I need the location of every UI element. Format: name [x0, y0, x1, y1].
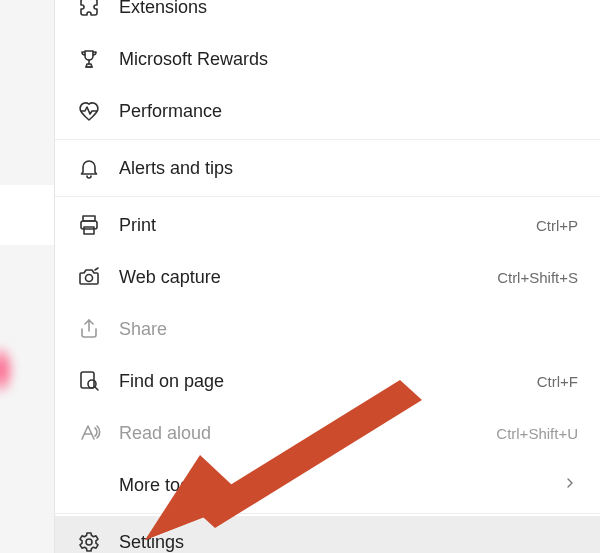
menu-item-label: Extensions	[119, 0, 578, 18]
menu-shortcut: Ctrl+Shift+S	[497, 269, 578, 286]
menu-separator	[55, 196, 600, 197]
chevron-right-icon	[562, 475, 578, 496]
menu-item-extensions[interactable]: Extensions	[55, 0, 600, 33]
bell-icon	[77, 156, 101, 180]
camera-icon	[77, 265, 101, 289]
menu-shortcut: Ctrl+P	[536, 217, 578, 234]
menu-item-print[interactable]: Print Ctrl+P	[55, 199, 600, 251]
menu-item-label: Find on page	[119, 371, 519, 392]
heart-rate-icon	[77, 99, 101, 123]
printer-icon	[77, 213, 101, 237]
menu-item-read-aloud: Read aloud Ctrl+Shift+U	[55, 407, 600, 459]
menu-item-label: Read aloud	[119, 423, 478, 444]
menu-item-performance[interactable]: Performance	[55, 85, 600, 137]
blank-icon	[77, 473, 101, 497]
trophy-icon	[77, 47, 101, 71]
app-menu: Extensions Microsoft Rewards Performance…	[54, 0, 600, 553]
menu-item-label: More tools	[119, 475, 544, 496]
menu-item-label: Print	[119, 215, 518, 236]
page-background-strip	[0, 185, 54, 245]
read-aloud-icon	[77, 421, 101, 445]
menu-shortcut: Ctrl+Shift+U	[496, 425, 578, 442]
find-icon	[77, 369, 101, 393]
svg-point-6	[86, 539, 92, 545]
gear-icon	[77, 530, 101, 553]
decorative-blob	[0, 346, 14, 394]
menu-item-label: Share	[119, 319, 578, 340]
share-icon	[77, 317, 101, 341]
menu-item-label: Performance	[119, 101, 578, 122]
puzzle-icon	[77, 0, 101, 19]
menu-item-label: Web capture	[119, 267, 479, 288]
menu-item-label: Microsoft Rewards	[119, 49, 578, 70]
menu-item-microsoft-rewards[interactable]: Microsoft Rewards	[55, 33, 600, 85]
menu-item-label: Settings	[119, 532, 578, 553]
menu-item-share: Share	[55, 303, 600, 355]
menu-shortcut: Ctrl+F	[537, 373, 578, 390]
menu-item-label: Alerts and tips	[119, 158, 578, 179]
menu-item-alerts-tips[interactable]: Alerts and tips	[55, 142, 600, 194]
svg-point-3	[86, 275, 93, 282]
menu-separator	[55, 513, 600, 514]
menu-item-more-tools[interactable]: More tools	[55, 459, 600, 511]
svg-rect-2	[84, 227, 94, 234]
menu-item-web-capture[interactable]: Web capture Ctrl+Shift+S	[55, 251, 600, 303]
menu-item-settings[interactable]: Settings	[55, 516, 600, 553]
menu-item-find-on-page[interactable]: Find on page Ctrl+F	[55, 355, 600, 407]
menu-separator	[55, 139, 600, 140]
